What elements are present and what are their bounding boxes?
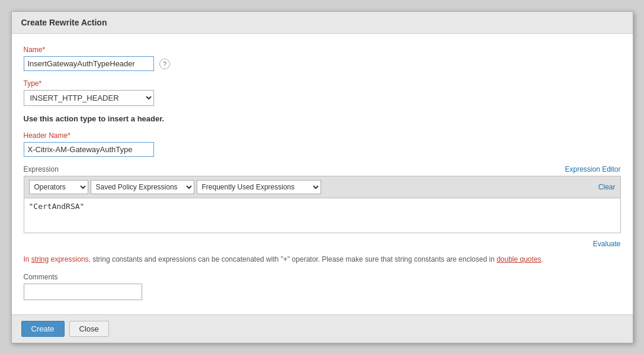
operators-select[interactable]: Operators <box>29 180 88 194</box>
comments-label: Comments <box>24 273 621 281</box>
expression-editor-link[interactable]: Expression Editor <box>565 165 620 173</box>
comments-field-group: Comments <box>24 273 621 300</box>
name-field-group: Name* ? <box>24 46 621 71</box>
info-text-period: . <box>542 255 543 263</box>
evaluate-link[interactable]: Evaluate <box>593 240 621 248</box>
header-name-input[interactable] <box>24 142 154 157</box>
create-button[interactable]: Create <box>21 321 65 337</box>
dialog-title: Create Rewrite Action <box>12 12 633 34</box>
header-name-field-group: Header Name* <box>24 131 621 157</box>
type-label: Type* <box>24 79 621 88</box>
clear-link[interactable]: Clear <box>598 183 616 191</box>
close-button[interactable]: Close <box>69 321 109 337</box>
type-field-group: Type* INSERT_HTTP_HEADER ADD_HTTP_HEADER… <box>24 79 621 106</box>
info-text-body: string constants and expressions can be … <box>92 255 496 263</box>
dialog-body: Name* ? Type* INSERT_HTTP_HEADER ADD_HTT… <box>12 34 633 314</box>
expression-textarea[interactable]: "CertAndRSA" <box>24 198 621 233</box>
name-input[interactable] <box>24 56 154 71</box>
expression-section: Expression Expression Editor Operators S… <box>24 165 621 235</box>
name-label: Name* <box>24 46 621 54</box>
action-hint: Use this action type to insert a header. <box>24 114 621 123</box>
create-rewrite-action-dialog: Create Rewrite Action Name* ? Type* INSE… <box>11 11 633 343</box>
info-text-string: string <box>31 255 49 263</box>
saved-policy-select[interactable]: Saved Policy Expressions <box>91 180 194 194</box>
expression-toolbar: Operators Saved Policy Expressions Frequ… <box>24 176 621 198</box>
dialog-footer: Create Close <box>12 314 633 343</box>
expression-label: Expression <box>24 165 59 173</box>
comments-input[interactable] <box>24 284 142 300</box>
frequent-select[interactable]: Frequently Used Expressions <box>197 180 321 194</box>
evaluate-row: Evaluate <box>24 240 621 248</box>
expression-header: Expression Expression Editor <box>24 165 621 173</box>
header-name-label: Header Name* <box>24 131 621 140</box>
help-icon[interactable]: ? <box>159 59 170 69</box>
info-text: In string expressions, string constants … <box>24 254 621 265</box>
info-text-dq: double quotes <box>496 255 541 263</box>
type-select[interactable]: INSERT_HTTP_HEADER ADD_HTTP_HEADER REPLA… <box>24 90 154 106</box>
